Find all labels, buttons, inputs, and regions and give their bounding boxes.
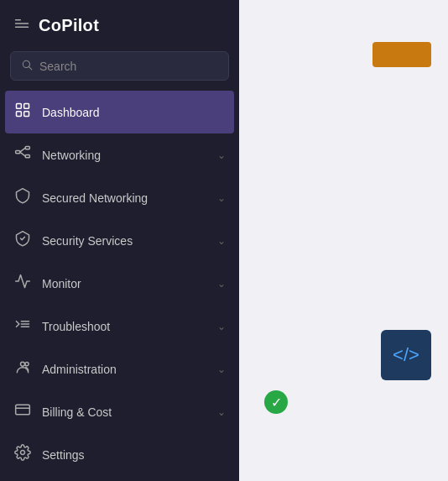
svg-rect-9 [16, 151, 20, 154]
app-title: CoPilot [39, 16, 99, 35]
sidebar-item-label: Networking [42, 149, 207, 162]
svg-rect-7 [17, 112, 22, 117]
sidebar-item-label: Administration [42, 363, 207, 376]
troubleshoot-icon [13, 316, 32, 337]
sidebar-item-troubleshoot[interactable]: Troubleshoot ⌄ [0, 305, 239, 348]
sidebar-item-label: Dashboard [42, 106, 226, 119]
administration-icon [13, 358, 32, 379]
main-content: Navigation Search The quickest way to re… [239, 0, 448, 481]
svg-line-4 [29, 67, 32, 70]
chevron-down-icon: ⌄ [217, 278, 226, 290]
bg-decoration-top [372, 42, 431, 67]
svg-point-17 [21, 362, 25, 366]
monitor-icon [13, 273, 32, 294]
search-icon [21, 59, 33, 73]
sidebar-item-label: Settings [42, 448, 226, 462]
sidebar-item-label: Security Services [42, 234, 207, 248]
svg-point-21 [21, 451, 25, 455]
svg-point-18 [25, 363, 29, 366]
dashboard-icon [13, 102, 32, 123]
billing-icon [13, 401, 32, 422]
search-placeholder: Search [39, 60, 76, 73]
svg-line-12 [20, 148, 26, 152]
svg-rect-19 [16, 405, 30, 415]
chevron-down-icon: ⌄ [217, 235, 226, 247]
check-badge: ✓ [264, 390, 288, 414]
sidebar-item-billing[interactable]: Billing & Cost ⌄ [0, 390, 239, 433]
sidebar-item-administration[interactable]: Administration ⌄ [0, 348, 239, 390]
nav-menu: Dashboard Networking ⌄ [0, 87, 239, 481]
chevron-down-icon: ⌄ [217, 406, 226, 418]
chevron-down-icon: ⌄ [217, 363, 226, 375]
sidebar-item-settings[interactable]: Settings [0, 433, 239, 476]
secured-networking-icon [13, 187, 32, 208]
sidebar-item-security-services[interactable]: Security Services ⌄ [0, 219, 239, 262]
sidebar-item-secured-networking[interactable]: Secured Networking ⌄ [0, 176, 239, 219]
sidebar-item-label: Monitor [42, 277, 207, 290]
bg-decoration-bottom: </> [381, 330, 431, 380]
sidebar-item-monitor[interactable]: Monitor ⌄ [0, 262, 239, 305]
sidebar-item-label: Billing & Cost [42, 405, 207, 419]
settings-icon [13, 444, 32, 465]
search-bar[interactable]: Search [10, 51, 229, 81]
sidebar-item-networking[interactable]: Networking ⌄ [0, 133, 239, 176]
sidebar: CoPilot Search Dashboard [0, 0, 239, 481]
chevron-down-icon: ⌄ [217, 321, 226, 332]
svg-rect-5 [17, 104, 22, 109]
sidebar-item-label: Secured Networking [42, 191, 207, 205]
svg-rect-8 [24, 112, 29, 117]
sidebar-item-dashboard[interactable]: Dashboard [5, 91, 234, 133]
sidebar-header: CoPilot [0, 0, 239, 51]
chevron-down-icon: ⌄ [217, 192, 226, 204]
security-services-icon [13, 230, 32, 251]
sidebar-item-label: Troubleshoot [42, 320, 207, 333]
svg-line-13 [20, 152, 26, 156]
networking-icon [13, 144, 32, 165]
code-icon: </> [393, 344, 419, 366]
chevron-down-icon: ⌄ [217, 149, 226, 161]
menu-icon[interactable] [13, 15, 30, 36]
svg-rect-6 [24, 104, 29, 109]
